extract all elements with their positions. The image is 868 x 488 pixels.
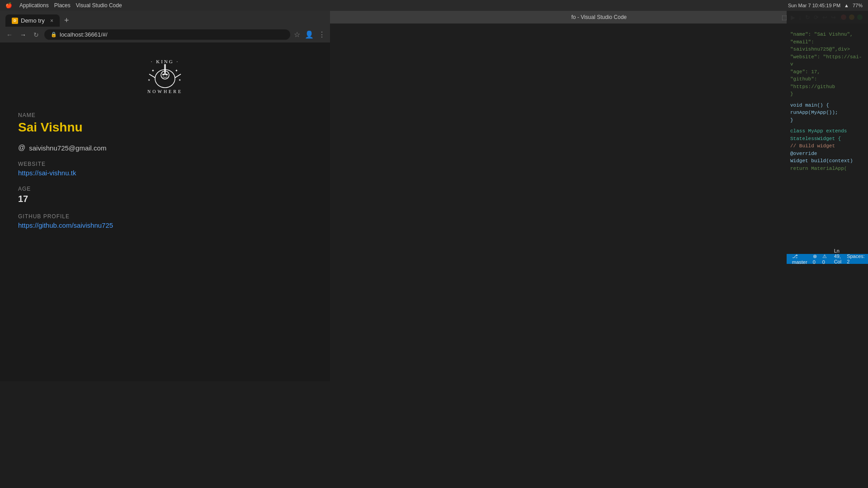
github-link[interactable]: https://github.com/saivishnu725 (18, 221, 312, 229)
age-value: 17 (18, 194, 312, 204)
svg-rect-3 (164, 64, 166, 75)
svg-text:✦: ✦ (175, 69, 178, 73)
email-row: @ saivishnu725@gmail.com (18, 144, 312, 152)
statusbar: ⎇ master ⊗ 0 ⚠ 0 Ln 49, Col 24 Spaces: 2… (787, 254, 868, 264)
browser-tab-bar: D Demo try × + (5, 14, 325, 27)
spaces-info[interactable]: Spaces: 2 (847, 253, 865, 264)
new-tab-button[interactable]: + (61, 16, 72, 25)
warning-count[interactable]: ⚠ 0 (822, 253, 827, 264)
git-branch[interactable]: ⎇ master (792, 253, 807, 264)
profile-name: Sai Vishnu (18, 120, 312, 135)
svg-text:★: ★ (148, 79, 150, 81)
cursor-position[interactable]: Ln 49, Col 24 (834, 248, 842, 264)
website-link[interactable]: https://sai-vishnu.tk (18, 169, 312, 177)
battery-level: 77% (853, 3, 863, 8)
browser-window-controls: ☆ 👤 ⋮ (294, 30, 326, 39)
code-background: "name": "Sai Vishnu", "email": "saivishn… (787, 11, 868, 264)
king-nowhere-logo: · KING · ✦ (138, 56, 192, 97)
apple-icon[interactable]: 🍎 (5, 2, 12, 9)
menu-places[interactable]: Places (54, 2, 71, 9)
macos-menubar: 🍎 Applications Places Visual Studio Code… (0, 0, 868, 11)
browser-toolbar: ← → ↻ 🔒 localhost:36661/#/ ☆ 👤 ⋮ (0, 27, 330, 42)
github-label: Github profile (18, 213, 312, 220)
tab-close-button[interactable]: × (50, 18, 53, 24)
lock-icon: 🔒 (51, 32, 57, 38)
back-button[interactable]: ← (5, 30, 14, 39)
svg-text:· KING ·: · KING · (151, 59, 179, 64)
error-count[interactable]: ⊗ 0 (813, 253, 817, 264)
tab-title: Demo try (21, 17, 45, 24)
email-section: @ saivishnu725@gmail.com (18, 144, 312, 152)
svg-point-7 (166, 74, 168, 75)
menu-applications[interactable]: Applications (19, 2, 49, 9)
age-section: Age 17 (18, 186, 312, 204)
name-section: NAME Sai Vishnu (18, 112, 312, 135)
svg-point-6 (162, 74, 164, 75)
bookmark-icon[interactable]: ☆ (294, 30, 300, 39)
browser-tab-active[interactable]: D Demo try × (5, 14, 60, 27)
url-text: localhost:36661/#/ (60, 31, 108, 38)
website-section: Website https://sai-vishnu.tk (18, 161, 312, 177)
forward-button[interactable]: → (18, 30, 28, 39)
statusbar-left: ⎇ master ⊗ 0 ⚠ 0 (792, 253, 827, 264)
svg-text:✦: ✦ (151, 69, 155, 73)
website-label: Website (18, 161, 312, 167)
menu-vscode[interactable]: Visual Studio Code (76, 2, 122, 9)
browser-chrome: D Demo try × + (0, 11, 330, 27)
logo-container: · KING · ✦ (18, 56, 312, 99)
vscode-title: fo - Visual Studio Code (571, 14, 627, 20)
browser-content: · KING · ✦ (0, 42, 330, 381)
svg-text:★: ★ (179, 79, 181, 81)
tab-favicon: D (12, 18, 18, 24)
svg-text:NOWHERE: NOWHERE (147, 89, 183, 94)
browser-window: D Demo try × + ← → ↻ 🔒 localhost:36661/#… (0, 11, 330, 381)
profile-icon[interactable]: 👤 (305, 30, 314, 39)
menu-icon[interactable]: ⋮ (318, 30, 326, 39)
go-back-icon[interactable]: ⬚ (782, 14, 787, 21)
macos-menu-right: Sun Mar 7 10:45:19 PM ▲ 77% (788, 3, 863, 8)
macos-menu-left: 🍎 Applications Places Visual Studio Code (5, 2, 122, 9)
at-icon: @ (18, 144, 25, 152)
github-section: Github profile https://github.com/saivis… (18, 213, 312, 229)
wifi-icon: ▲ (844, 3, 849, 8)
email-value: saivishnu725@gmail.com (29, 144, 106, 152)
system-time: Sun Mar 7 10:45:19 PM (788, 3, 840, 8)
statusbar-right: Ln 49, Col 24 Spaces: 2 UTF-8 LF YAML Da… (834, 248, 868, 264)
svg-line-4 (149, 74, 155, 78)
refresh-button[interactable]: ↻ (32, 30, 41, 39)
age-label: Age (18, 186, 312, 192)
name-label: NAME (18, 112, 312, 118)
address-bar[interactable]: 🔒 localhost:36661/#/ (44, 29, 290, 40)
svg-line-5 (175, 74, 181, 78)
